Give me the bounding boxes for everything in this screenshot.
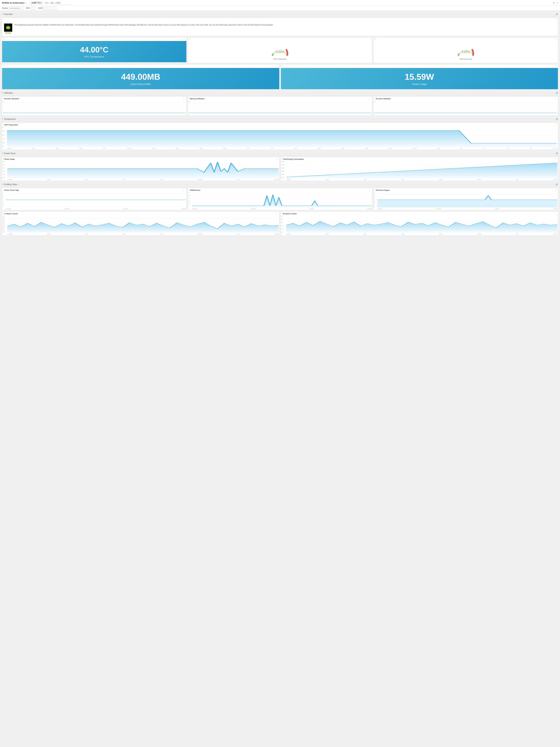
menu-icon[interactable]: ⋮ bbox=[554, 212, 557, 215]
info-icon: ℹ bbox=[189, 98, 190, 100]
edit-icon[interactable]: ✎ bbox=[375, 38, 376, 40]
rx-bytes-title: Rx Bytes Counter bbox=[283, 213, 297, 215]
link-icon[interactable]: 🔗 bbox=[556, 152, 558, 155]
tx-chart-area: 680k660k640k620k600k580k560k540k520k500k bbox=[2, 215, 279, 235]
uuid-select[interactable] bbox=[43, 6, 56, 10]
main-content: ▾ Overview 🔗 ⋮ NVIDIA NVIDIA This dashbo bbox=[0, 10, 560, 238]
link-icon[interactable]: 🔗 bbox=[556, 92, 558, 94]
power-draw-charts: ℹ Power Usage ⋮ 15.715.715.715.615.615.6 bbox=[2, 157, 558, 181]
info-icon: ℹ bbox=[3, 213, 4, 214]
gpu-util-label: GPU Utilization bbox=[273, 58, 287, 60]
menu-icon[interactable]: ⋮ bbox=[183, 97, 185, 100]
memory-gauge-svg: 0.00% bbox=[456, 44, 476, 57]
chevron-down-icon: ▾ bbox=[2, 118, 3, 120]
gpu-temp-value-area: 44.00°C GPU Temperature bbox=[2, 41, 186, 62]
menu-icon[interactable]: ⋮ bbox=[276, 158, 278, 160]
gpu-select[interactable] bbox=[31, 6, 35, 10]
menu-icon[interactable]: ⋮ bbox=[276, 65, 278, 67]
info-paragraph: This dashboard presents real-time visibi… bbox=[14, 24, 273, 26]
nvidia-text: NVIDIA bbox=[5, 32, 11, 34]
link-icon[interactable]: 🔗 bbox=[556, 118, 558, 120]
tensor-pipe-title: Active Tensor Pipe bbox=[4, 189, 19, 191]
menu-icon[interactable]: ⋮ bbox=[554, 189, 557, 191]
gpu-util-gauge: 0.00% GPU Utilization bbox=[188, 41, 372, 63]
gpu-temp-card: ✎ ⋮ 44.00°C GPU Temperature bbox=[2, 37, 187, 63]
link-icon[interactable]: 🔗 bbox=[556, 13, 558, 15]
dram-active-card: ℹ DRAM Active ⋮ 2µ1.8µ1.6µ1.4µ1.2µ1µ bbox=[188, 188, 372, 210]
share-icon[interactable]: ⎘ bbox=[553, 2, 555, 4]
info-panel: ⋮ NVIDIA NVIDIA This dashboard presents … bbox=[2, 18, 558, 36]
menu-icon[interactable]: ⋮ bbox=[183, 38, 185, 40]
cluster-select[interactable]: ————— bbox=[9, 6, 23, 10]
utilization-section-header[interactable]: ▾ Utilization 🔗 bbox=[2, 91, 558, 95]
tx-bytes-title: Tx Bytes Counter bbox=[4, 213, 18, 215]
info-text: This dashboard presents real-time visibi… bbox=[14, 24, 273, 26]
link-icon[interactable]: 🔗 bbox=[556, 183, 558, 185]
frame-buffer-header: ✎ ⋮ bbox=[2, 65, 279, 68]
edit-icon[interactable]: ✎ bbox=[3, 38, 5, 40]
menu-icon[interactable]: ⋮ bbox=[554, 97, 557, 100]
edit-icon[interactable]: ✎ bbox=[3, 65, 5, 67]
power-draw-section-header[interactable]: ▾ Power Draw 🔗 bbox=[2, 151, 558, 156]
info-icon: ℹ bbox=[3, 158, 4, 160]
filter-label: Filter bbox=[45, 2, 49, 4]
gpu-temp-chart-card: ℹ GPU Temperature ⋮ 4544.844.644.444.244 bbox=[2, 123, 558, 150]
chevron-down-icon: ▾ bbox=[2, 152, 3, 154]
profiling-section-header[interactable]: ▾ Profiling Stats ✓ 🔗 bbox=[2, 182, 558, 187]
info-icon: ℹ bbox=[375, 98, 375, 100]
edit-icon[interactable]: ✎ bbox=[189, 38, 191, 40]
menu-icon[interactable]: ⋮ bbox=[183, 189, 185, 191]
filter-input[interactable] bbox=[50, 1, 71, 4]
tx-bytes-card: ℹ Tx Bytes Counter ⋮ 680k660k640k620k600… bbox=[2, 211, 279, 235]
menu-icon[interactable]: ⋮ bbox=[368, 189, 371, 191]
info-icon: ℹ bbox=[375, 189, 375, 191]
gr-chart-svg bbox=[377, 192, 557, 207]
app-title: NVIDIA on Kubernetes bbox=[2, 2, 25, 4]
gpu-temp-header: ✎ ⋮ bbox=[2, 37, 186, 41]
star-icon[interactable]: ☆ bbox=[25, 2, 27, 4]
info-icon: ℹ bbox=[189, 189, 190, 191]
panel-menu-icon[interactable]: ⋮ bbox=[555, 19, 557, 21]
profiling-charts-row1: ℹ Active Tensor Pipe ⋮ 1.8.6.4.20-.2-.4-… bbox=[2, 188, 558, 210]
menu-icon[interactable]: ⋮ bbox=[554, 124, 557, 126]
cluster-group: Cluster ————— bbox=[2, 6, 23, 10]
temperature-section-header[interactable]: ▾ Temperature 🔗 bbox=[2, 117, 558, 121]
overview-section-header[interactable]: ▾ Overview 🔗 bbox=[2, 12, 558, 17]
overview-title: Overview bbox=[4, 13, 13, 15]
memory-util-card: ℹ Memory Utilization ⋮ 1 µ 12:00 PM12:30… bbox=[188, 97, 372, 115]
gauge-svg: 0.00% bbox=[270, 44, 290, 57]
chevron-down-icon: ▾ bbox=[2, 183, 3, 185]
total-energy-title: Total Energy Consumption bbox=[283, 158, 304, 160]
chevron-down-icon: ▾ bbox=[2, 92, 3, 94]
frame-buffer-value: 449.00MB bbox=[121, 72, 160, 82]
memory-used-card: ✎ ⋮ 0.00% Memory Used bbox=[373, 37, 558, 63]
export-icon[interactable]: ↗ bbox=[556, 2, 558, 4]
power-usage-header: ✎ ⋮ bbox=[281, 65, 558, 68]
memory-used-header: ✎ ⋮ bbox=[374, 37, 558, 41]
tx-chart-svg bbox=[7, 215, 278, 233]
menu-icon[interactable]: ⋮ bbox=[554, 158, 557, 160]
top-bar-actions: ⎘ ↗ bbox=[553, 2, 558, 4]
encoder-util-card: ℹ Encoder Utilization ⋮ 1 µ 12:00 PM12:3… bbox=[373, 97, 558, 115]
menu-icon[interactable]: ⋮ bbox=[368, 97, 371, 100]
jump-to-button[interactable]: JUMP TO ▾ bbox=[30, 1, 43, 5]
svg-text:NVIDIA: NVIDIA bbox=[6, 27, 10, 29]
power-usage-value: 15.59W bbox=[405, 72, 434, 82]
profiling-charts-row2: ℹ Tx Bytes Counter ⋮ 680k660k640k620k600… bbox=[2, 211, 558, 235]
menu-icon[interactable]: ⋮ bbox=[555, 38, 557, 40]
gr-active-card: ℹ GR Active Engine ⋮ 1.8.6.4.20-.2-.4-.6… bbox=[373, 188, 558, 210]
menu-icon[interactable]: ⋮ bbox=[555, 65, 557, 67]
info-icon: ℹ bbox=[3, 124, 4, 126]
menu-icon[interactable]: ⋮ bbox=[369, 38, 371, 40]
rx-bytes-card: ℹ Rx Bytes Counter ⋮ 400k380k360k340k320… bbox=[281, 211, 558, 235]
encoder-chart-area: 1 µ 12:00 PM12:30 PM1:00 PM1:30 PM bbox=[374, 101, 558, 115]
profiling-title: Profiling Stats bbox=[4, 183, 17, 185]
info-icon: ℹ bbox=[3, 189, 4, 191]
temperature-title: Temperature bbox=[4, 118, 16, 120]
chevron-down-icon: ▾ bbox=[2, 13, 3, 15]
edit-icon[interactable]: ✎ bbox=[282, 65, 284, 67]
nvidia-logo: NVIDIA bbox=[4, 24, 12, 32]
total-energy-chart-card: ℹ Total Energy Consumption ⋮ 19.5M19.4M1… bbox=[281, 157, 558, 181]
jump-to-label: JUMP TO bbox=[31, 2, 40, 4]
menu-icon[interactable]: ⋮ bbox=[276, 212, 278, 215]
